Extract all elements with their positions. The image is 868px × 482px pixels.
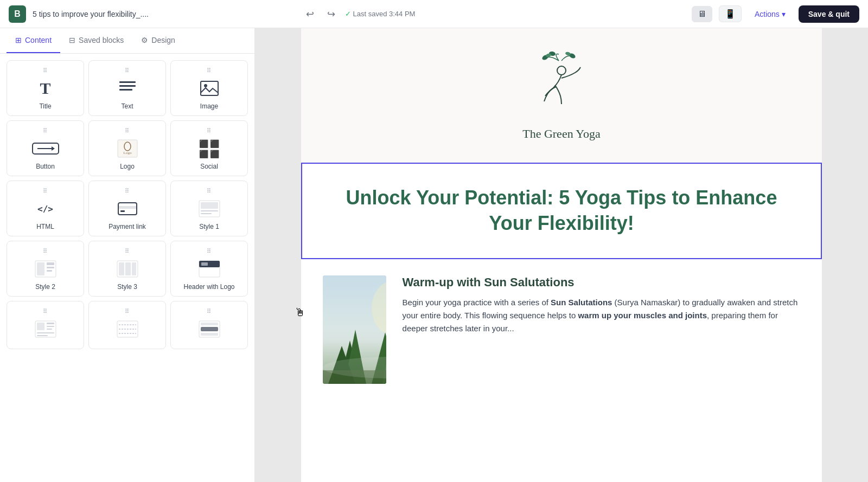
block-style3[interactable]: ⠿ Style 3: [88, 241, 166, 297]
header-logo-icon: [199, 259, 220, 279]
email-preview: The Green Yoga Unlock Your Potential: 5 …: [301, 28, 822, 482]
block-header-logo-label: Header with Logo: [183, 283, 234, 291]
block-logo-label: Logo: [120, 163, 135, 170]
block-social[interactable]: ⠿ ⬛⬛ ⬛⬛ Social: [170, 120, 248, 176]
svg-rect-26: [132, 262, 136, 275]
redo-button[interactable]: ↪: [324, 6, 339, 22]
svg-rect-13: [120, 210, 125, 212]
block13-icon: [35, 319, 56, 339]
svg-marker-54: [344, 330, 366, 384]
svg-rect-3: [201, 81, 218, 95]
brand-name: The Green Yoga: [522, 127, 601, 141]
block-button[interactable]: ⠿ Button: [7, 120, 84, 176]
block-title-label: Title: [39, 102, 51, 110]
drag-handle: ⠿: [207, 188, 212, 195]
section-body: Begin your yoga practice with a series o…: [403, 296, 800, 335]
blocks-grid: ⠿ T Title ⠿ Text ⠿ Image: [0, 54, 254, 356]
tab-content[interactable]: ⊞ Content: [7, 28, 60, 53]
actions-button[interactable]: Actions ▾: [748, 7, 792, 22]
app-logo: B: [9, 5, 26, 23]
svg-rect-32: [47, 323, 54, 324]
svg-rect-17: [201, 213, 212, 214]
svg-rect-21: [47, 267, 54, 268]
design-icon: ⚙: [141, 36, 148, 44]
block-style1[interactable]: ⠿ Style 1: [170, 181, 248, 236]
block-title[interactable]: ⠿ T Title: [7, 60, 84, 116]
svg-rect-1: [119, 85, 136, 87]
text-icon: [119, 79, 136, 98]
topbar: B 5 tips to improve your flexibility_...…: [0, 0, 868, 28]
payment-icon: [118, 199, 137, 218]
drag-handle: ⠿: [125, 67, 130, 74]
image-icon: [200, 79, 219, 98]
block-html-label: HTML: [36, 223, 54, 230]
button-icon: [32, 139, 59, 158]
block-13[interactable]: ⠿: [7, 301, 84, 349]
block-style3-label: Style 3: [117, 283, 137, 291]
svg-rect-62: [323, 370, 386, 384]
drag-handle: ⠿: [43, 127, 48, 134]
svg-rect-35: [37, 332, 54, 333]
save-quit-button[interactable]: Save & quit: [799, 5, 859, 23]
sidebar-tabs: ⊞ Content ⊟ Saved blocks ⚙ Design: [0, 28, 254, 54]
svg-rect-20: [47, 262, 54, 265]
svg-rect-44: [201, 333, 218, 336]
block-style1-label: Style 1: [199, 223, 219, 230]
undo-button[interactable]: ↩: [303, 6, 317, 22]
svg-rect-22: [47, 270, 52, 272]
svg-marker-60: [382, 324, 386, 384]
block-button-label: Button: [36, 163, 55, 170]
tab-design[interactable]: ⚙ Design: [132, 28, 184, 53]
drag-handle: ⠿: [207, 248, 212, 255]
svg-rect-2: [119, 89, 132, 91]
content-section: Warm-up with Sun Salutations Begin your …: [301, 259, 822, 400]
drag-handle: ⠿: [125, 127, 130, 134]
content-icon: ⊞: [15, 36, 22, 44]
tab-saved-blocks[interactable]: ⊟ Saved blocks: [60, 28, 132, 53]
svg-rect-16: [201, 210, 218, 211]
block-header-logo[interactable]: ⠿ Header with Logo: [170, 241, 248, 297]
svg-point-50: [557, 66, 566, 75]
block-15[interactable]: ⠿: [170, 301, 248, 349]
block-text[interactable]: ⠿ Text: [88, 60, 166, 116]
svg-point-4: [204, 84, 207, 87]
style3-icon: [117, 259, 138, 279]
svg-rect-33: [47, 326, 54, 327]
block-payment[interactable]: ⠿ Payment link: [88, 181, 166, 236]
saved-icon: ⊟: [69, 36, 75, 44]
drag-handle: ⠿: [43, 248, 48, 255]
block-logo[interactable]: ⠿ Logo Logo: [88, 120, 166, 176]
block-html[interactable]: ⠿ </> HTML: [7, 181, 84, 236]
svg-rect-29: [201, 262, 208, 266]
logo-icon: Logo: [117, 139, 138, 158]
title-icon: T: [40, 79, 50, 98]
style1-icon: [199, 199, 220, 218]
block-14[interactable]: ⠿: [88, 301, 166, 349]
drag-handle: ⠿: [43, 188, 48, 195]
block-image[interactable]: ⠿ Image: [170, 60, 248, 116]
drag-handle: ⠿: [125, 308, 130, 315]
drag-handle: ⠿: [43, 308, 48, 315]
content-text: Warm-up with Sun Salutations Begin your …: [403, 275, 800, 384]
svg-rect-25: [125, 262, 131, 275]
svg-marker-55: [328, 346, 355, 384]
svg-rect-12: [118, 206, 137, 209]
style2-icon: [35, 259, 56, 279]
forest-image: [323, 275, 386, 384]
document-title: 5 tips to improve your flexibility_....: [33, 10, 296, 18]
check-icon: ✓: [345, 10, 351, 18]
block15-icon: [199, 319, 220, 339]
svg-rect-36: [37, 335, 48, 336]
svg-rect-34: [47, 329, 52, 330]
svg-rect-0: [119, 81, 136, 83]
canvas: The Green Yoga Unlock Your Potential: 5 …: [255, 28, 868, 482]
hero-section: Unlock Your Potential: 5 Yoga Tips to En…: [301, 163, 822, 259]
mobile-view-button[interactable]: 📱: [719, 5, 742, 22]
svg-marker-59: [372, 332, 386, 384]
desktop-view-button[interactable]: 🖥: [692, 6, 712, 22]
section-heading: Warm-up with Sun Salutations: [403, 275, 800, 290]
block-style2[interactable]: ⠿ Style 2: [7, 241, 84, 297]
svg-rect-31: [37, 323, 44, 330]
drag-handle: ⠿: [207, 308, 212, 315]
block14-icon: [117, 319, 138, 339]
